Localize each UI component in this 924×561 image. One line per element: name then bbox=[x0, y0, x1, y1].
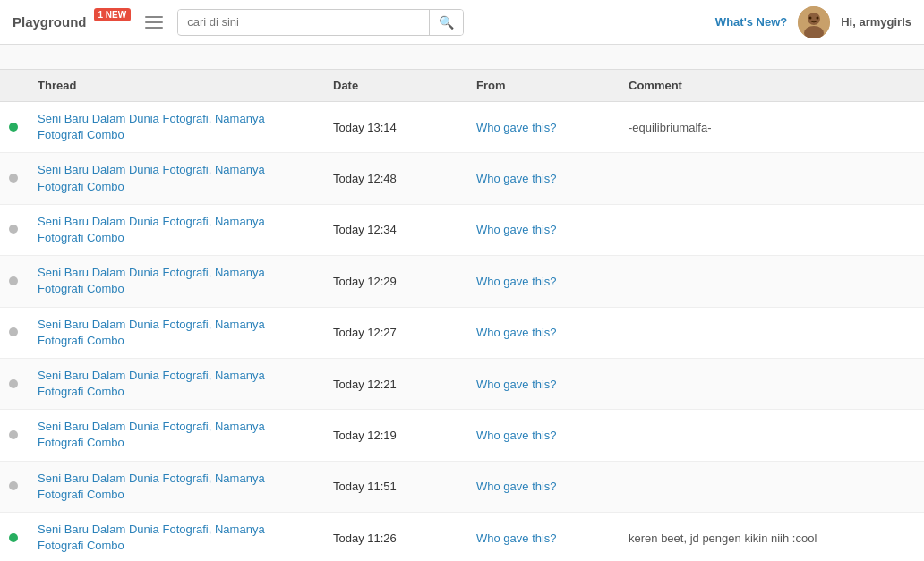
thread-link[interactable]: Seni Baru Dalam Dunia Fotografi, Namanya… bbox=[38, 420, 265, 449]
comment-cell bbox=[618, 410, 924, 461]
hamburger-menu[interactable] bbox=[141, 13, 167, 32]
thread-cell: Seni Baru Dalam Dunia Fotografi, Namanya… bbox=[27, 307, 322, 358]
from-link[interactable]: Who gave this? bbox=[476, 275, 557, 288]
col-date: Date bbox=[322, 70, 466, 102]
svg-point-4 bbox=[817, 16, 819, 19]
table-row: Seni Baru Dalam Dunia Fotografi, Namanya… bbox=[0, 307, 924, 358]
logo-area: Playground 1 NEW bbox=[13, 14, 131, 30]
thread-cell: Seni Baru Dalam Dunia Fotografi, Namanya… bbox=[27, 461, 322, 512]
table-row: Seni Baru Dalam Dunia Fotografi, Namanya… bbox=[0, 153, 924, 204]
table-header: Thread Date From Comment bbox=[0, 70, 924, 102]
from-link[interactable]: Who gave this? bbox=[476, 531, 557, 545]
thread-link[interactable]: Seni Baru Dalam Dunia Fotografi, Namanya… bbox=[38, 318, 265, 347]
thread-cell: Seni Baru Dalam Dunia Fotografi, Namanya… bbox=[27, 410, 322, 461]
date-cell: Today 13:14 bbox=[322, 102, 466, 153]
from-cell: Who gave this? bbox=[466, 410, 618, 461]
thread-link[interactable]: Seni Baru Dalam Dunia Fotografi, Namanya… bbox=[38, 523, 265, 552]
comment-cell bbox=[618, 461, 924, 512]
header-right: What's New? Hi, armygirls bbox=[715, 6, 911, 38]
status-dot-cell bbox=[0, 102, 27, 153]
status-dot bbox=[9, 174, 18, 183]
comment-cell: -equilibriumalfa- bbox=[618, 102, 924, 153]
avatar bbox=[798, 6, 830, 38]
from-cell: Who gave this? bbox=[466, 153, 618, 204]
from-cell: Who gave this? bbox=[466, 307, 618, 358]
table-row: Seni Baru Dalam Dunia Fotografi, Namanya… bbox=[0, 461, 924, 512]
status-dot-cell bbox=[0, 461, 27, 512]
date-cell: Today 12:29 bbox=[322, 256, 466, 307]
table-row: Seni Baru Dalam Dunia Fotografi, Namanya… bbox=[0, 204, 924, 255]
thread-link[interactable]: Seni Baru Dalam Dunia Fotografi, Namanya… bbox=[38, 266, 265, 295]
from-cell: Who gave this? bbox=[466, 513, 618, 562]
col-status bbox=[0, 70, 27, 102]
comment-cell bbox=[618, 256, 924, 307]
new-badge: 1 NEW bbox=[94, 8, 132, 21]
status-dot bbox=[9, 327, 18, 336]
app-header: Playground 1 NEW 🔍 What's New? Hi, armyg… bbox=[0, 0, 924, 45]
status-dot-cell bbox=[0, 307, 27, 358]
from-link[interactable]: Who gave this? bbox=[476, 121, 557, 134]
from-cell: Who gave this? bbox=[466, 256, 618, 307]
date-cell: Today 12:19 bbox=[322, 410, 466, 461]
table-body: Seni Baru Dalam Dunia Fotografi, Namanya… bbox=[0, 102, 924, 562]
logo-text: Playground bbox=[13, 14, 87, 30]
date-cell: Today 12:21 bbox=[322, 358, 466, 409]
status-dot-cell bbox=[0, 153, 27, 204]
from-link[interactable]: Who gave this? bbox=[476, 378, 557, 391]
status-dot bbox=[9, 225, 18, 234]
hamburger-line-3 bbox=[145, 27, 163, 29]
col-thread: Thread bbox=[27, 70, 322, 102]
comment-cell bbox=[618, 358, 924, 409]
from-link[interactable]: Who gave this? bbox=[476, 172, 557, 185]
thread-link[interactable]: Seni Baru Dalam Dunia Fotografi, Namanya… bbox=[38, 369, 265, 398]
status-dot bbox=[9, 430, 18, 439]
thread-link[interactable]: Seni Baru Dalam Dunia Fotografi, Namanya… bbox=[38, 163, 265, 192]
thread-cell: Seni Baru Dalam Dunia Fotografi, Namanya… bbox=[27, 358, 322, 409]
user-greeting: Hi, armygirls bbox=[841, 15, 911, 29]
whats-new-link[interactable]: What's New? bbox=[715, 15, 787, 29]
search-button[interactable]: 🔍 bbox=[429, 10, 463, 35]
status-dot-cell bbox=[0, 410, 27, 461]
comment-cell bbox=[618, 153, 924, 204]
from-link[interactable]: Who gave this? bbox=[476, 223, 557, 236]
sub-header bbox=[0, 45, 924, 70]
thread-link[interactable]: Seni Baru Dalam Dunia Fotografi, Namanya… bbox=[38, 472, 265, 501]
comment-cell: keren beet, jd pengen kikin niih :cool bbox=[618, 513, 924, 562]
from-link[interactable]: Who gave this? bbox=[476, 326, 557, 339]
notifications-table: Thread Date From Comment Seni Baru Dalam… bbox=[0, 70, 924, 561]
hamburger-line-2 bbox=[145, 21, 163, 23]
thread-cell: Seni Baru Dalam Dunia Fotografi, Namanya… bbox=[27, 204, 322, 255]
status-dot-cell bbox=[0, 204, 27, 255]
from-cell: Who gave this? bbox=[466, 102, 618, 153]
thread-cell: Seni Baru Dalam Dunia Fotografi, Namanya… bbox=[27, 513, 322, 562]
status-dot-cell bbox=[0, 358, 27, 409]
status-dot bbox=[9, 533, 18, 542]
table-row: Seni Baru Dalam Dunia Fotografi, Namanya… bbox=[0, 256, 924, 307]
comment-cell bbox=[618, 307, 924, 358]
status-dot-cell bbox=[0, 513, 27, 562]
thread-link[interactable]: Seni Baru Dalam Dunia Fotografi, Namanya… bbox=[38, 112, 265, 141]
from-cell: Who gave this? bbox=[466, 461, 618, 512]
from-cell: Who gave this? bbox=[466, 204, 618, 255]
col-from: From bbox=[466, 70, 618, 102]
table-row: Seni Baru Dalam Dunia Fotografi, Namanya… bbox=[0, 410, 924, 461]
thread-link[interactable]: Seni Baru Dalam Dunia Fotografi, Namanya… bbox=[38, 215, 265, 244]
thread-cell: Seni Baru Dalam Dunia Fotografi, Namanya… bbox=[27, 153, 322, 204]
hamburger-line-1 bbox=[145, 16, 163, 18]
from-cell: Who gave this? bbox=[466, 358, 618, 409]
date-cell: Today 11:26 bbox=[322, 513, 466, 562]
search-input[interactable] bbox=[178, 10, 429, 34]
status-dot bbox=[9, 481, 18, 490]
svg-point-3 bbox=[809, 16, 812, 19]
thread-cell: Seni Baru Dalam Dunia Fotografi, Namanya… bbox=[27, 256, 322, 307]
table-row: Seni Baru Dalam Dunia Fotografi, Namanya… bbox=[0, 102, 924, 153]
from-link[interactable]: Who gave this? bbox=[476, 480, 557, 493]
from-link[interactable]: Who gave this? bbox=[476, 429, 557, 442]
status-dot bbox=[9, 123, 18, 132]
date-cell: Today 11:51 bbox=[322, 461, 466, 512]
status-dot bbox=[9, 379, 18, 388]
col-comment: Comment bbox=[618, 70, 924, 102]
thread-cell: Seni Baru Dalam Dunia Fotografi, Namanya… bbox=[27, 102, 322, 153]
table-row: Seni Baru Dalam Dunia Fotografi, Namanya… bbox=[0, 358, 924, 409]
comment-cell bbox=[618, 204, 924, 255]
